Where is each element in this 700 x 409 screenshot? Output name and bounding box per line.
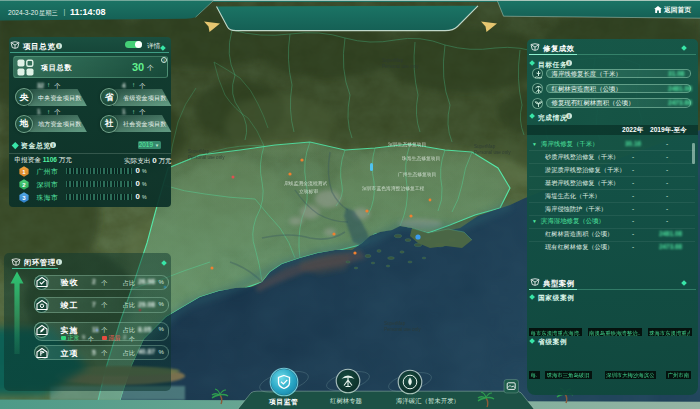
svg-text:深圳市蓝色海湾整治修复工程: 深圳市蓝色海湾整治修复工程 — [362, 185, 425, 192]
svg-text:Personal use only: Personal use only — [382, 64, 419, 69]
svg-text:立项标审: 立项标审 — [299, 188, 318, 195]
svg-text:SuperMap: SuperMap — [384, 321, 406, 326]
svg-text:SuperMap: SuperMap — [382, 58, 404, 63]
svg-text:SuperMap: SuperMap — [474, 144, 496, 149]
svg-text:Personal use only: Personal use only — [188, 155, 225, 160]
svg-text:SuperMap: SuperMap — [188, 149, 210, 154]
svg-text:Personal use only: Personal use only — [384, 327, 421, 332]
svg-text:岸线监测全流程测试: 岸线监测全流程测试 — [284, 180, 327, 187]
svg-text:Personal use only: Personal use only — [474, 150, 511, 155]
svg-text:广州生态修复项目: 广州生态修复项目 — [398, 171, 436, 178]
